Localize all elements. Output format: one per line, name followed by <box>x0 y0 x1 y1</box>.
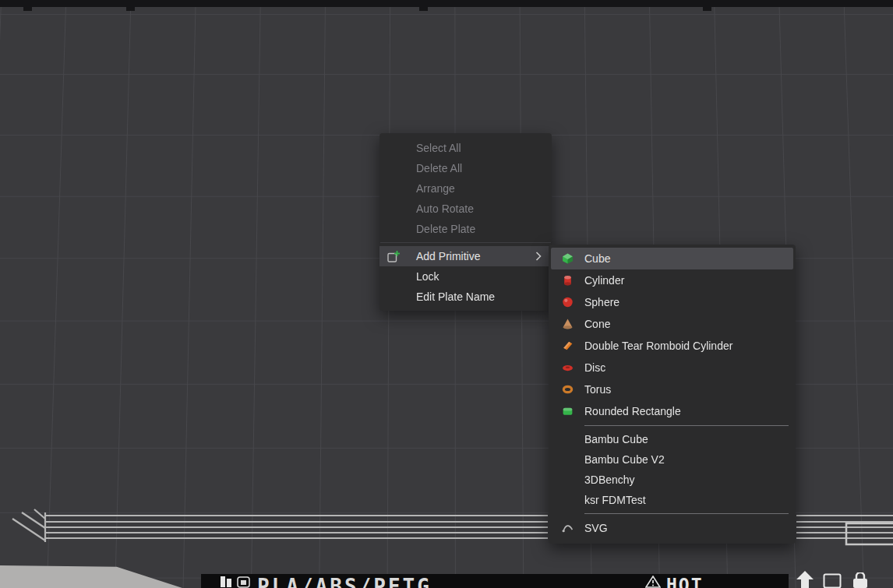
hot-label: HOT <box>666 575 704 588</box>
plate-clip <box>703 7 711 11</box>
plate-material-label: PLA/ABS/PETG <box>257 575 432 588</box>
plate-clip <box>419 7 428 11</box>
menu-item-delete-all: Delete All <box>379 158 552 178</box>
submenu-item-cube[interactable]: Cube <box>551 248 793 269</box>
submenu-item-label: Rounded Rectangle <box>584 405 681 417</box>
menu-item-lock[interactable]: Lock <box>379 266 552 287</box>
menu-item-auto-rotate: Auto Rotate <box>379 199 552 219</box>
menu-item-delete-plate: Delete Plate <box>379 219 552 239</box>
submenu-item-rounded-rectangle[interactable]: Rounded Rectangle <box>551 400 793 422</box>
submenu-item-bambu-cube[interactable]: Bambu Cube <box>551 429 793 449</box>
menu-separator <box>380 242 551 243</box>
torus-icon <box>562 384 574 396</box>
submenu-item-label: Cylinder <box>584 274 624 287</box>
submenu-item-ksr-fdmtest[interactable]: ksr FDMTest <box>551 490 793 510</box>
submenu-item-torus[interactable]: Torus <box>551 379 793 400</box>
plate-type-icon <box>237 576 250 588</box>
plate-material-bar[interactable]: PLA/ABS/PETG HOT <box>201 574 789 588</box>
plate-lock-icon[interactable] <box>851 572 870 588</box>
submenu-item-double-tear-romboid-cylinder[interactable]: Double Tear Romboid Cylinder <box>551 335 793 357</box>
submenu-separator <box>584 425 789 426</box>
submenu-item-label: Cone <box>584 318 610 330</box>
hot-warning-icon <box>645 576 661 588</box>
add-primitive-submenu: Cube Cylinder Sphere Cone Double <box>549 245 796 544</box>
chevron-right-icon <box>535 252 542 261</box>
cone-icon <box>562 319 574 330</box>
submenu-item-label: Cube <box>584 252 610 265</box>
submenu-item-label: Torus <box>584 383 611 396</box>
menu-item-label: Edit Plate Name <box>416 290 495 303</box>
menu-item-label: Add Primitive <box>416 250 480 262</box>
svg-curve-icon <box>562 523 574 534</box>
menu-item-label: Delete Plate <box>416 223 475 235</box>
bambu-studio-window: { "context_menu": { "disabled": ["Select… <box>0 0 893 588</box>
bambu-logo-icon <box>220 576 232 587</box>
menu-item-label: Select All <box>416 142 461 154</box>
menu-item-label: Arrange <box>416 182 455 195</box>
submenu-item-label: Bambu Cube <box>584 433 648 445</box>
cylinder-icon <box>562 275 574 287</box>
submenu-item-label: 3DBenchy <box>584 474 635 486</box>
disc-icon <box>562 362 574 374</box>
plate-settings-icon[interactable] <box>823 573 842 588</box>
submenu-item-disc[interactable]: Disc <box>551 357 793 379</box>
plate-top-edge <box>0 0 893 7</box>
cube-icon <box>562 253 574 265</box>
submenu-item-svg[interactable]: SVG <box>551 517 793 539</box>
submenu-item-label: ksr FDMTest <box>584 494 646 506</box>
submenu-item-label: Sphere <box>584 296 619 308</box>
menu-item-edit-plate-name[interactable]: Edit Plate Name <box>379 287 552 307</box>
menu-item-select-all: Select All <box>379 138 552 158</box>
submenu-item-bambu-cube-v2[interactable]: Bambu Cube V2 <box>551 449 793 470</box>
submenu-item-3dbenchy[interactable]: 3DBenchy <box>551 470 793 490</box>
plate-context-menu: Select All Delete All Arrange Auto Rotat… <box>379 133 552 311</box>
add-primitive-icon <box>387 250 401 263</box>
move-plate-up-icon[interactable] <box>795 571 815 588</box>
menu-item-label: Lock <box>416 270 439 283</box>
submenu-item-cylinder[interactable]: Cylinder <box>551 269 793 291</box>
submenu-item-label: Double Tear Romboid Cylinder <box>584 340 732 352</box>
double-tear-romboid-cylinder-icon <box>562 340 574 352</box>
submenu-item-cone[interactable]: Cone <box>551 313 793 335</box>
plate-clip <box>23 7 32 11</box>
rounded-rectangle-icon <box>562 406 574 417</box>
plate-clip <box>126 7 135 11</box>
sphere-icon <box>562 297 574 308</box>
menu-item-label: Delete All <box>416 162 462 174</box>
submenu-item-label: Disc <box>584 361 605 374</box>
menu-item-arrange: Arrange <box>379 178 552 199</box>
menu-item-label: Auto Rotate <box>416 202 474 215</box>
submenu-item-sphere[interactable]: Sphere <box>551 291 793 313</box>
submenu-item-label: SVG <box>584 522 608 534</box>
submenu-separator <box>584 513 789 514</box>
submenu-item-label: Bambu Cube V2 <box>584 453 665 466</box>
menu-item-add-primitive[interactable]: Add Primitive <box>379 246 552 266</box>
